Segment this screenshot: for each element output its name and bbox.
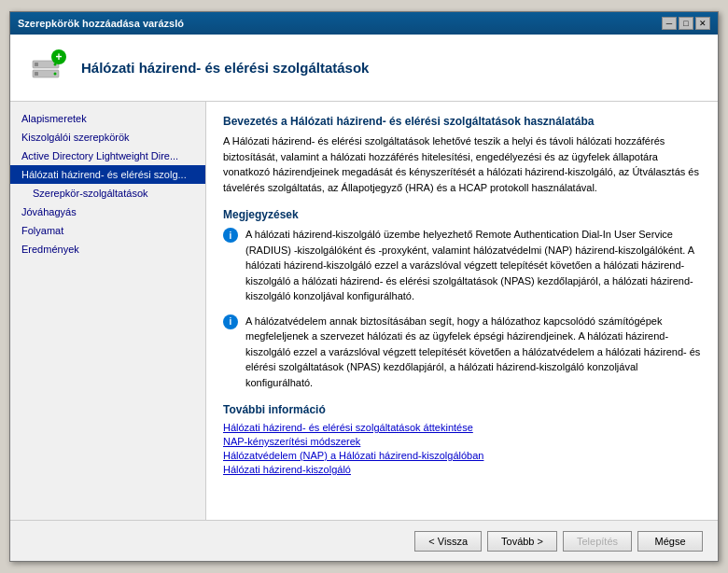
back-button[interactable]: < Vissza	[414, 531, 482, 552]
more-info-link-0[interactable]: Hálózati házirend- és elérési szolgáltat…	[223, 422, 701, 433]
sidebar-item-alapismeretek[interactable]: Alapismeretek	[10, 109, 205, 128]
wizard-window: Szerepkörök hozzáadása varázsló ─ □ ✕ + …	[9, 11, 719, 562]
header-area: + Hálózati házirend- és elérési szolgált…	[10, 35, 718, 102]
sidebar-item-halozati-hazirend[interactable]: Hálózati házirend- és elérési szolg...	[10, 165, 205, 184]
footer: < Vissza Tovább > Telepítés Mégse	[10, 520, 718, 561]
server-icon: +	[25, 46, 70, 91]
main-content: AlapismeretekKiszolgálói szerepkörökActi…	[10, 102, 718, 520]
intro-text: A Hálózati házirend- és elérési szolgált…	[223, 133, 701, 195]
sidebar-item-jovahagyas[interactable]: Jóváhagyás	[10, 203, 205, 221]
sidebar: AlapismeretekKiszolgálói szerepkörökActi…	[10, 102, 206, 520]
cancel-button[interactable]: Mégse	[637, 531, 703, 552]
note-text-0: A hálózati házirend-kiszolgáló üzembe he…	[245, 227, 701, 304]
notes-section: Megjegyzések iA hálózati házirend-kiszol…	[223, 208, 701, 390]
sidebar-item-szerepkor-szolgaltatasok[interactable]: Szerepkör-szolgáltatások	[10, 184, 205, 203]
notes-title: Megjegyzések	[223, 208, 701, 221]
more-info-title: További információ	[223, 403, 701, 416]
close-button[interactable]: ✕	[695, 17, 710, 30]
sidebar-item-kiszolgaloi-szerepkorok[interactable]: Kiszolgálói szerepkörök	[10, 128, 205, 147]
more-info-link-3[interactable]: Hálózati házirend-kiszolgáló	[223, 464, 701, 475]
content-area: Bevezetés a Hálózati házirend- és elérés…	[206, 102, 718, 520]
maximize-button[interactable]: □	[679, 17, 693, 30]
intro-title: Bevezetés a Hálózati házirend- és elérés…	[223, 115, 701, 128]
sidebar-item-folyamat[interactable]: Folyamat	[10, 221, 205, 240]
next-button[interactable]: Tovább >	[487, 531, 557, 552]
more-info-link-1[interactable]: NAP-kényszerítési módszerek	[223, 436, 701, 447]
sidebar-item-active-directory[interactable]: Active Directory Lightweight Dire...	[10, 147, 205, 165]
header-title: Hálózati házirend- és elérési szolgáltat…	[81, 60, 369, 76]
note-item-0: iA hálózati házirend-kiszolgáló üzembe h…	[223, 227, 701, 304]
title-bar-buttons: ─ □ ✕	[662, 17, 710, 30]
info-icon-0: i	[223, 228, 238, 243]
minimize-button[interactable]: ─	[662, 17, 677, 30]
svg-rect-3	[35, 72, 38, 76]
svg-text:+: +	[55, 50, 62, 63]
more-info-link-2[interactable]: Hálózatvédelem (NAP) a Hálózati házirend…	[223, 450, 701, 461]
svg-rect-2	[35, 63, 38, 66]
more-info-section: További információ Hálózati házirend- és…	[223, 403, 701, 475]
info-icon-1: i	[223, 314, 238, 329]
window-title: Szerepkörök hozzáadása varázsló	[18, 18, 184, 29]
svg-point-5	[54, 72, 57, 75]
note-text-1: A hálózatvédelem annak biztosításában se…	[245, 314, 701, 391]
install-button[interactable]: Telepítés	[563, 531, 632, 552]
note-item-1: iA hálózatvédelem annak biztosításában s…	[223, 314, 701, 391]
title-bar: Szerepkörök hozzáadása varázsló ─ □ ✕	[10, 12, 718, 35]
sidebar-item-eredmenyek[interactable]: Eredmények	[10, 240, 205, 259]
